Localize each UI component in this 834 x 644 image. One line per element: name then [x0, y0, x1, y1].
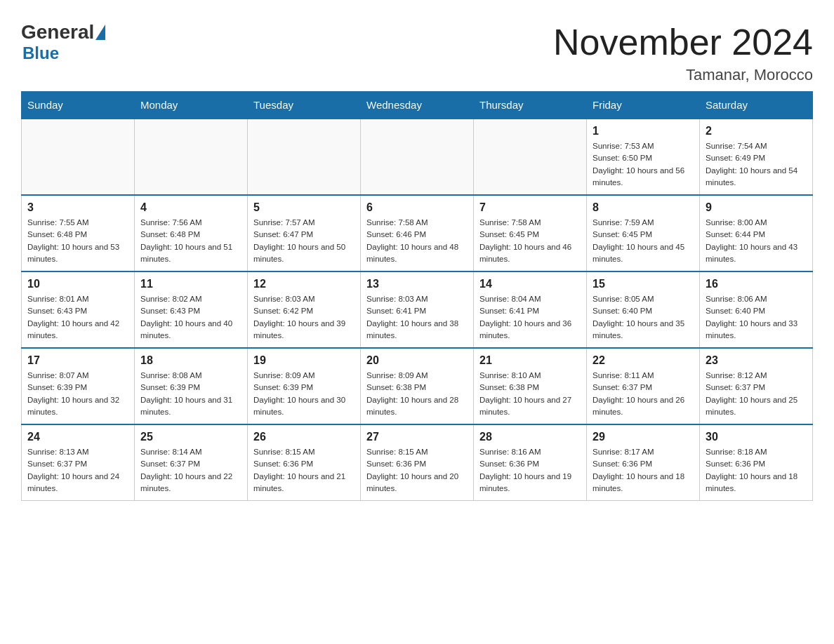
day-number: 15 — [593, 278, 694, 290]
day-number: 18 — [140, 354, 241, 367]
calendar-cell: 8Sunrise: 7:59 AMSunset: 6:45 PMDaylight… — [587, 195, 700, 271]
calendar-cell: 5Sunrise: 7:57 AMSunset: 6:47 PMDaylight… — [248, 195, 361, 271]
calendar-cell — [474, 119, 587, 195]
day-number: 23 — [706, 354, 807, 367]
day-info: Sunrise: 8:09 AMSunset: 6:38 PMDaylight:… — [366, 370, 468, 418]
calendar-cell — [135, 119, 248, 195]
day-number: 13 — [366, 278, 468, 290]
day-info: Sunrise: 8:03 AMSunset: 6:42 PMDaylight:… — [253, 293, 355, 342]
week-row-4: 17Sunrise: 8:07 AMSunset: 6:39 PMDayligh… — [22, 348, 813, 424]
day-number: 26 — [253, 431, 355, 443]
day-number: 28 — [479, 431, 581, 443]
title-section: November 2024 Tamanar, Morocco — [553, 21, 813, 84]
day-number: 22 — [593, 354, 694, 367]
day-info: Sunrise: 8:03 AMSunset: 6:41 PMDaylight:… — [366, 293, 468, 342]
calendar-cell: 24Sunrise: 8:13 AMSunset: 6:37 PMDayligh… — [22, 424, 135, 501]
calendar-cell: 28Sunrise: 8:16 AMSunset: 6:36 PMDayligh… — [474, 424, 587, 501]
day-info: Sunrise: 8:18 AMSunset: 6:36 PMDaylight:… — [706, 446, 807, 495]
day-number: 7 — [479, 201, 581, 214]
calendar-cell — [22, 119, 135, 195]
day-info: Sunrise: 7:55 AMSunset: 6:48 PMDaylight:… — [27, 217, 128, 265]
day-info: Sunrise: 8:15 AMSunset: 6:36 PMDaylight:… — [366, 446, 468, 495]
day-info: Sunrise: 7:53 AMSunset: 6:50 PMDaylight:… — [593, 140, 694, 189]
day-info: Sunrise: 8:12 AMSunset: 6:37 PMDaylight:… — [706, 370, 807, 418]
calendar-cell: 2Sunrise: 7:54 AMSunset: 6:49 PMDaylight… — [700, 119, 813, 195]
calendar-header-tuesday: Tuesday — [248, 92, 361, 119]
page-header: General Blue November 2024 Tamanar, Moro… — [21, 21, 813, 84]
calendar-cell: 25Sunrise: 8:14 AMSunset: 6:37 PMDayligh… — [135, 424, 248, 501]
calendar-cell: 17Sunrise: 8:07 AMSunset: 6:39 PMDayligh… — [22, 348, 135, 424]
week-row-5: 24Sunrise: 8:13 AMSunset: 6:37 PMDayligh… — [22, 424, 813, 501]
calendar-cell: 30Sunrise: 8:18 AMSunset: 6:36 PMDayligh… — [700, 424, 813, 501]
calendar-cell: 11Sunrise: 8:02 AMSunset: 6:43 PMDayligh… — [135, 271, 248, 348]
day-number: 16 — [706, 278, 807, 290]
day-info: Sunrise: 7:56 AMSunset: 6:48 PMDaylight:… — [140, 217, 241, 265]
week-row-1: 1Sunrise: 7:53 AMSunset: 6:50 PMDaylight… — [22, 119, 813, 195]
day-info: Sunrise: 8:05 AMSunset: 6:40 PMDaylight:… — [593, 293, 694, 342]
day-info: Sunrise: 7:58 AMSunset: 6:45 PMDaylight:… — [479, 217, 581, 265]
day-number: 24 — [27, 431, 128, 443]
logo-general-text: General — [21, 21, 94, 43]
day-number: 2 — [706, 125, 807, 137]
day-info: Sunrise: 8:16 AMSunset: 6:36 PMDaylight:… — [479, 446, 581, 495]
logo-blue-text: Blue — [22, 43, 59, 62]
calendar-cell: 27Sunrise: 8:15 AMSunset: 6:36 PMDayligh… — [361, 424, 474, 501]
location-subtitle: Tamanar, Morocco — [553, 66, 813, 84]
day-info: Sunrise: 8:04 AMSunset: 6:41 PMDaylight:… — [479, 293, 581, 342]
calendar-cell: 23Sunrise: 8:12 AMSunset: 6:37 PMDayligh… — [700, 348, 813, 424]
calendar-cell: 16Sunrise: 8:06 AMSunset: 6:40 PMDayligh… — [700, 271, 813, 348]
calendar-header-friday: Friday — [587, 92, 700, 119]
day-info: Sunrise: 7:59 AMSunset: 6:45 PMDaylight:… — [593, 217, 694, 265]
day-number: 21 — [479, 354, 581, 367]
calendar-cell: 7Sunrise: 7:58 AMSunset: 6:45 PMDaylight… — [474, 195, 587, 271]
calendar-table: SundayMondayTuesdayWednesdayThursdayFrid… — [21, 91, 813, 501]
calendar-cell: 20Sunrise: 8:09 AMSunset: 6:38 PMDayligh… — [361, 348, 474, 424]
calendar-header-wednesday: Wednesday — [361, 92, 474, 119]
calendar-cell: 6Sunrise: 7:58 AMSunset: 6:46 PMDaylight… — [361, 195, 474, 271]
calendar-cell: 26Sunrise: 8:15 AMSunset: 6:36 PMDayligh… — [248, 424, 361, 501]
calendar-header-row: SundayMondayTuesdayWednesdayThursdayFrid… — [22, 92, 813, 119]
day-info: Sunrise: 8:02 AMSunset: 6:43 PMDaylight:… — [140, 293, 241, 342]
day-number: 3 — [27, 201, 128, 214]
calendar-cell: 21Sunrise: 8:10 AMSunset: 6:38 PMDayligh… — [474, 348, 587, 424]
calendar-header-thursday: Thursday — [474, 92, 587, 119]
day-info: Sunrise: 8:07 AMSunset: 6:39 PMDaylight:… — [27, 370, 128, 418]
calendar-cell: 1Sunrise: 7:53 AMSunset: 6:50 PMDaylight… — [587, 119, 700, 195]
day-info: Sunrise: 8:00 AMSunset: 6:44 PMDaylight:… — [706, 217, 807, 265]
calendar-header-sunday: Sunday — [22, 92, 135, 119]
day-number: 9 — [706, 201, 807, 214]
day-info: Sunrise: 8:10 AMSunset: 6:38 PMDaylight:… — [479, 370, 581, 418]
day-number: 5 — [253, 201, 355, 214]
calendar-cell: 9Sunrise: 8:00 AMSunset: 6:44 PMDaylight… — [700, 195, 813, 271]
day-number: 8 — [593, 201, 694, 214]
day-number: 4 — [140, 201, 241, 214]
day-info: Sunrise: 8:14 AMSunset: 6:37 PMDaylight:… — [140, 446, 241, 495]
calendar-cell: 19Sunrise: 8:09 AMSunset: 6:39 PMDayligh… — [248, 348, 361, 424]
calendar-cell: 22Sunrise: 8:11 AMSunset: 6:37 PMDayligh… — [587, 348, 700, 424]
day-info: Sunrise: 8:17 AMSunset: 6:36 PMDaylight:… — [593, 446, 694, 495]
calendar-cell: 3Sunrise: 7:55 AMSunset: 6:48 PMDaylight… — [22, 195, 135, 271]
calendar-header-monday: Monday — [135, 92, 248, 119]
day-number: 6 — [366, 201, 468, 214]
day-number: 20 — [366, 354, 468, 367]
calendar-cell: 13Sunrise: 8:03 AMSunset: 6:41 PMDayligh… — [361, 271, 474, 348]
week-row-2: 3Sunrise: 7:55 AMSunset: 6:48 PMDaylight… — [22, 195, 813, 271]
day-number: 10 — [27, 278, 128, 290]
day-info: Sunrise: 8:01 AMSunset: 6:43 PMDaylight:… — [27, 293, 128, 342]
calendar-cell — [361, 119, 474, 195]
day-number: 30 — [706, 431, 807, 443]
day-info: Sunrise: 8:06 AMSunset: 6:40 PMDaylight:… — [706, 293, 807, 342]
day-info: Sunrise: 8:09 AMSunset: 6:39 PMDaylight:… — [253, 370, 355, 418]
day-info: Sunrise: 8:15 AMSunset: 6:36 PMDaylight:… — [253, 446, 355, 495]
calendar-cell: 4Sunrise: 7:56 AMSunset: 6:48 PMDaylight… — [135, 195, 248, 271]
day-number: 25 — [140, 431, 241, 443]
day-number: 27 — [366, 431, 468, 443]
calendar-cell: 18Sunrise: 8:08 AMSunset: 6:39 PMDayligh… — [135, 348, 248, 424]
calendar-cell: 10Sunrise: 8:01 AMSunset: 6:43 PMDayligh… — [22, 271, 135, 348]
day-info: Sunrise: 7:57 AMSunset: 6:47 PMDaylight:… — [253, 217, 355, 265]
day-number: 11 — [140, 278, 241, 290]
day-info: Sunrise: 7:54 AMSunset: 6:49 PMDaylight:… — [706, 140, 807, 189]
day-number: 14 — [479, 278, 581, 290]
day-info: Sunrise: 8:11 AMSunset: 6:37 PMDaylight:… — [593, 370, 694, 418]
day-number: 19 — [253, 354, 355, 367]
